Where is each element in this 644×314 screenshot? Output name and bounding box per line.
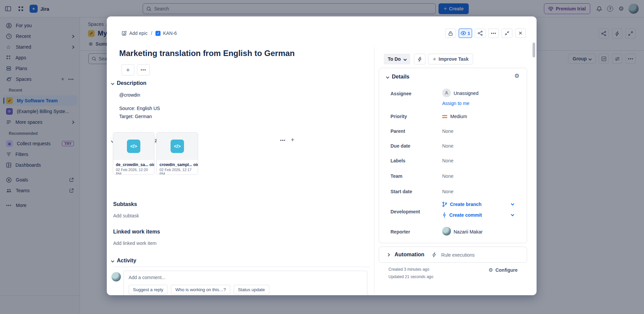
comment-avatar <box>111 272 121 281</box>
create-commit-button[interactable]: Create commit <box>442 212 482 218</box>
commit-options-chevron[interactable] <box>511 213 514 216</box>
xml-file-icon: </> <box>127 140 140 153</box>
linked-items-heading: Linked work items <box>113 229 160 235</box>
attachment-card[interactable]: </> crowdin_sampl... oid.xml 02 Feb 2026… <box>156 132 198 175</box>
sparkle-icon: ✳ <box>432 57 436 62</box>
close-icon[interactable]: ✕ <box>515 29 526 38</box>
column-divider <box>374 47 374 294</box>
edit-square-icon <box>122 31 127 36</box>
lock-icon[interactable] <box>445 29 456 38</box>
assignee-value[interactable]: Unassigned <box>454 91 478 96</box>
create-branch-button[interactable]: Create branch <box>442 202 481 207</box>
attachments-add-icon[interactable]: + <box>291 137 294 144</box>
chevron-down-icon <box>386 75 389 78</box>
attachments-more-icon[interactable]: ••• <box>280 138 286 143</box>
eye-icon <box>461 31 466 35</box>
parent-value[interactable]: None <box>442 128 453 134</box>
modal-toolbar: 1 ••• ✕ <box>445 29 526 38</box>
xml-file-icon: </> <box>171 140 184 153</box>
modal-scrollbar[interactable] <box>533 43 535 57</box>
reporter-value[interactable]: Nazarii Makar <box>454 229 482 234</box>
title-more-button[interactable]: ••• <box>137 64 150 75</box>
task-type-icon: ✓ <box>155 31 160 36</box>
branch-options-chevron[interactable] <box>511 202 514 206</box>
issue-breadcrumb: Add epic / ✓ KAN-6 <box>122 29 177 38</box>
quick-replies: Suggest a reply Who is working on this…?… <box>129 285 362 294</box>
issue-title[interactable]: Marketing translation from English to Ge… <box>119 49 421 58</box>
reporter-avatar <box>442 227 451 235</box>
automation-heading: Automation <box>395 252 424 258</box>
attachment-preview: </> <box>113 133 154 160</box>
branch-icon <box>442 202 447 207</box>
gear-icon: ⚙ <box>489 267 493 273</box>
improve-task-button[interactable]: ✳ Improve Task <box>428 54 473 64</box>
jira-app: ✦ Jira Search + Create Premium trial ? ⚙… <box>0 0 644 314</box>
more-actions-icon[interactable]: ••• <box>488 29 499 38</box>
priority-medium-icon <box>442 115 447 118</box>
title-actions: + ••• <box>122 64 150 75</box>
add-linked-item-field[interactable]: Add linked work item <box>113 241 156 246</box>
status-dropdown[interactable]: To Do <box>384 54 410 64</box>
commit-icon <box>442 212 447 218</box>
assign-to-me-link[interactable]: Assign to me <box>442 101 469 106</box>
priority-value[interactable]: Medium <box>450 114 467 119</box>
add-subtask-field[interactable]: Add subtask <box>113 213 139 218</box>
description-mention[interactable]: @crowdin <box>119 92 140 98</box>
chevron-down-icon <box>111 82 114 85</box>
rule-executions-label: Rule executions <box>441 252 475 258</box>
chevron-down-icon <box>403 57 407 61</box>
labels-value[interactable]: None <box>442 158 453 163</box>
due-date-value[interactable]: None <box>442 143 453 149</box>
add-content-button[interactable]: + <box>122 64 134 75</box>
details-settings-gear-icon[interactable]: ⚙ <box>514 72 519 80</box>
details-panel: Details ⚙ Assignee Unassigned Assign to … <box>379 68 527 243</box>
description-section-header[interactable]: Description <box>111 80 146 86</box>
configure-button[interactable]: ⚙ Configure <box>489 267 518 273</box>
description-target: Target: German <box>119 112 152 120</box>
unassigned-avatar-icon <box>442 89 451 97</box>
subtasks-heading: Subtasks <box>113 201 137 207</box>
description-source: Source: English US <box>119 104 160 112</box>
created-timestamp: Created 3 minutes ago <box>388 267 429 272</box>
chevron-right-icon <box>387 253 390 257</box>
chevron-down-icon <box>111 259 114 262</box>
comment-box[interactable]: Add a comment... Suggest a reply Who is … <box>124 271 367 295</box>
quick-reply-suggest[interactable]: Suggest a reply <box>129 285 168 294</box>
automation-lightning-icon[interactable] <box>414 54 425 64</box>
attachment-card[interactable]: </> de_crowdin_sa... oid.xml 02 Feb 2026… <box>113 132 154 175</box>
add-epic-button[interactable]: Add epic <box>122 31 147 36</box>
start-date-value[interactable]: None <box>442 189 453 194</box>
share-icon[interactable] <box>475 29 486 38</box>
quick-reply-status[interactable]: Status update <box>234 285 269 294</box>
comment-placeholder: Add a comment... <box>129 275 362 280</box>
activity-divider <box>113 267 370 267</box>
team-value[interactable]: None <box>442 173 453 179</box>
lightning-icon <box>432 252 436 257</box>
watch-count: 1 <box>468 31 470 36</box>
issue-key-link[interactable]: ✓ KAN-6 <box>155 31 177 36</box>
watch-button[interactable]: 1 <box>459 29 472 38</box>
issue-modal: Add epic / ✓ KAN-6 1 ••• ✕ <box>107 16 537 295</box>
quick-reply-working[interactable]: Who is working on this…? <box>171 285 230 294</box>
collapse-icon[interactable] <box>502 29 512 38</box>
details-header[interactable]: Details <box>386 74 409 80</box>
updated-timestamp: Updated 21 seconds ago <box>388 274 433 279</box>
automation-panel[interactable]: Automation Rule executions <box>379 247 527 263</box>
activity-section-header[interactable]: Activity <box>111 258 136 264</box>
attachment-preview: </> <box>157 133 198 160</box>
